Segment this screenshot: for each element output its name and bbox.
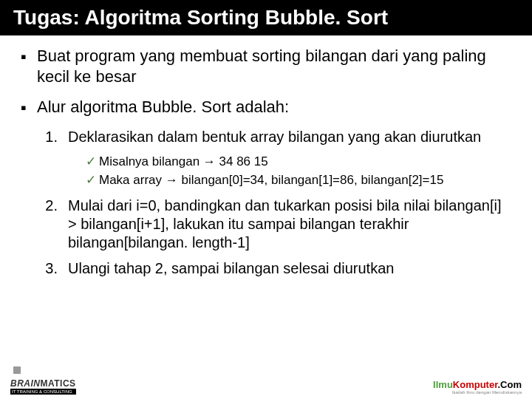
- logo-text: BRAIN: [10, 378, 41, 389]
- list-number: 2.: [43, 197, 68, 252]
- list-text: Mulai dari i=0, bandingkan dan tukarkan …: [68, 197, 511, 252]
- list-item: 1. Deklarasikan dalam bentuk array bilan…: [43, 128, 511, 146]
- square-icon: [13, 366, 21, 374]
- slide-title: Tugas: Algoritma Sorting Bubble. Sort: [0, 0, 532, 35]
- list-text: Ulangi tahap 2, sampai bilangan selesai …: [68, 259, 394, 278]
- slide-body: ▪ Buat program yang membuat sorting bila…: [0, 35, 532, 278]
- logo-tagline: Ikatlah Ilmu dengan Menuliskannya: [433, 390, 522, 395]
- brainmatics-logo: BRAINMATICS IT TRAINING & CONSULTING: [10, 378, 76, 395]
- bullet-marker: ▪: [21, 46, 37, 86]
- bullet-item: ▪ Buat program yang membuat sorting bila…: [21, 46, 511, 86]
- list-item: 3. Ulangi tahap 2, sampai bilangan seles…: [43, 259, 511, 278]
- footer: BRAINMATICS IT TRAINING & CONSULTING Ilm…: [0, 378, 532, 395]
- sub-item: ✓ Maka array → bilangan[0]=34, bilangan[…: [86, 172, 511, 189]
- sub-text: Misalnya bilangan → 34 86 15: [99, 154, 268, 171]
- sub-list: ✓ Misalnya bilangan → 34 86 15 ✓ Maka ar…: [43, 154, 511, 189]
- ordered-list: 1. Deklarasikan dalam bentuk array bilan…: [21, 128, 511, 278]
- bullet-marker: ▪: [21, 97, 37, 117]
- logo-text: Komputer: [453, 379, 498, 390]
- logo-text: .Com: [498, 379, 522, 390]
- logo-text: Ilmu: [433, 379, 453, 390]
- bullet-item: ▪ Alur algoritma Bubble. Sort adalah:: [21, 97, 511, 117]
- sub-text: Maka array → bilangan[0]=34, bilangan[1]…: [99, 172, 443, 189]
- logo-tagline: IT TRAINING & CONSULTING: [10, 389, 76, 395]
- sub-item: ✓ Misalnya bilangan → 34 86 15: [86, 154, 511, 171]
- list-number: 1.: [43, 128, 68, 146]
- check-icon: ✓: [86, 154, 99, 171]
- ilmukomputer-logo: IlmuKomputer.Com Ikatlah Ilmu dengan Men…: [433, 379, 522, 395]
- check-icon: ✓: [86, 172, 99, 189]
- list-number: 3.: [43, 259, 68, 278]
- list-text: Deklarasikan dalam bentuk array bilangan…: [68, 128, 481, 146]
- bullet-text: Buat program yang membuat sorting bilang…: [37, 46, 511, 86]
- list-item: 2. Mulai dari i=0, bandingkan dan tukark…: [43, 197, 511, 252]
- bullet-text: Alur algoritma Bubble. Sort adalah:: [37, 97, 289, 117]
- logo-text: MATICS: [41, 378, 76, 389]
